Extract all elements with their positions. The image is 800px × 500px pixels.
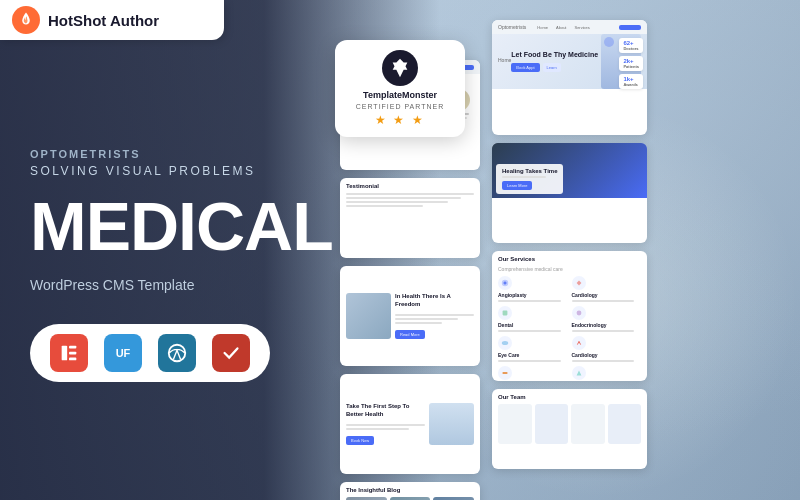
- plugin-quix-icon: [212, 334, 250, 372]
- text-line: [346, 424, 425, 426]
- ourteam-title: Our Team: [498, 394, 641, 400]
- healing-title: Healing Takes Time: [502, 168, 557, 174]
- health-btn: Book Now: [346, 436, 374, 445]
- svg-point-8: [502, 341, 508, 345]
- service-item: Orthopedics: [498, 366, 568, 381]
- preview-ourteam-block: Our Team: [492, 389, 647, 469]
- service-name: Cardiology: [572, 292, 642, 298]
- hero-main-title: Let Food Be Thy Medicine: [511, 51, 601, 59]
- text-line: [346, 197, 461, 199]
- health-content: Take The First Step To Better Health Boo…: [340, 374, 480, 474]
- ourteam-content: Our Team: [492, 389, 647, 449]
- blog-title: The Insightful Blog: [346, 487, 474, 493]
- services-grid: Angioplasty Cardiology: [498, 276, 641, 381]
- tagline: SOLVING VISUAL PROBLEMS: [30, 164, 310, 178]
- service-item: Angioplasty: [498, 276, 568, 302]
- hero-text-area: Let Food Be Thy Medicine Book Appt Learn: [511, 51, 601, 72]
- hero-secondary-btn: Learn: [543, 63, 561, 72]
- text-line: [395, 322, 442, 324]
- health-inner: Take The First Step To Better Health Boo…: [346, 403, 474, 445]
- text-line: [395, 314, 474, 316]
- service-name: Dental: [498, 322, 568, 328]
- healing-overlay-full: Healing Takes Time Learn More: [492, 143, 647, 198]
- svg-rect-3: [69, 357, 76, 360]
- tm-name: TemplateMonster: [363, 90, 437, 101]
- testimonial-lines: [346, 193, 474, 207]
- service-item: Eye Care: [498, 336, 568, 362]
- health-title: Take The First Step To Better Health: [346, 403, 425, 419]
- plugin-elementor-icon: [50, 334, 88, 372]
- health-text: Take The First Step To Better Health Boo…: [346, 403, 425, 445]
- text-line: [346, 201, 448, 203]
- service-desc-line: [498, 300, 561, 302]
- hero-header: Optometrists Home About Services: [492, 20, 647, 34]
- article-inner: In Health There Is A Freedom Read More: [346, 293, 474, 339]
- service-desc-line: [498, 360, 561, 362]
- brand-name: HotShot Author: [48, 12, 159, 29]
- service-item: Dermatology: [572, 366, 642, 381]
- preview-col-right: Optometrists Home About Services Home Le…: [492, 20, 647, 469]
- service-desc-line: [572, 330, 635, 332]
- team-thumb: [535, 404, 569, 444]
- service-name: Angioplasty: [498, 292, 568, 298]
- text-line: [395, 318, 458, 320]
- health-lines: [346, 424, 425, 430]
- service-name: Endocrinology: [572, 322, 642, 328]
- team-thumb: [571, 404, 605, 444]
- service-icon: [498, 276, 512, 290]
- healing-text-card: Healing Takes Time Learn More: [496, 164, 563, 194]
- testimonial-content: Testimonial: [340, 178, 480, 212]
- tm-logo: [382, 50, 418, 86]
- healing-line: [502, 176, 546, 178]
- testimonial-title: Testimonial: [346, 183, 474, 189]
- plugin-uf-icon: UF: [104, 334, 142, 372]
- plugins-bar: UF: [30, 324, 270, 382]
- preview-services-block: Our Services Comprehensive medical care …: [492, 251, 647, 381]
- left-panel: Optometrists SOLVING VISUAL PROBLEMS MED…: [0, 0, 340, 500]
- stat-pill-2: 2k+ Patients: [619, 56, 643, 71]
- preview-healing-block: Healing Takes Time Learn More: [492, 143, 647, 243]
- preview-testimonial-block: Testimonial: [340, 178, 480, 258]
- ourteam-members: [498, 404, 641, 444]
- svg-point-4: [169, 345, 186, 362]
- service-icon: [498, 336, 512, 350]
- brand-logo-icon: [12, 6, 40, 34]
- text-line: [346, 193, 474, 195]
- svg-rect-6: [503, 311, 508, 316]
- service-name: Cardiology: [572, 352, 642, 358]
- services-desc: Comprehensive medical care: [498, 266, 641, 272]
- tm-badge: TemplateMonster CERTIFIED PARTNER ★ ★ ★: [335, 40, 465, 137]
- svg-point-7: [576, 311, 581, 316]
- service-icon: [572, 366, 586, 380]
- blog-content: The Insightful Blog: [340, 482, 480, 500]
- service-icon: [498, 306, 512, 320]
- article-text: In Health There Is A Freedom Read More: [395, 293, 474, 339]
- service-item: Dental: [498, 306, 568, 332]
- article-title: In Health There Is A Freedom: [395, 293, 474, 309]
- circle-deco: [604, 37, 614, 47]
- tm-stars: ★ ★ ★: [375, 113, 425, 127]
- hero-image-area: Home Let Food Be Thy Medicine Book Appt …: [492, 34, 647, 89]
- header-bar: HotShot Author: [0, 0, 224, 40]
- stats-panel: 62+ Doctors 2k+ Patients 1k+ Awards: [619, 38, 643, 89]
- hero-cta-btn: [619, 25, 641, 30]
- hero-primary-btn: Book Appt: [511, 63, 539, 72]
- service-icon: [572, 336, 586, 350]
- text-line: [346, 205, 423, 207]
- svg-rect-2: [69, 351, 76, 354]
- services-content: Our Services Comprehensive medical care …: [492, 251, 647, 381]
- description: WordPress CMS Template: [30, 275, 310, 296]
- preview-hero-block: Optometrists Home About Services Home Le…: [492, 20, 647, 135]
- nav-links: Home About Services: [537, 25, 589, 30]
- subtitle-top: Optometrists: [30, 148, 310, 160]
- text-line: [346, 428, 409, 430]
- service-desc-line: [572, 300, 635, 302]
- svg-rect-0: [62, 345, 67, 360]
- stat-pill-3: 1k+ Awards: [619, 74, 643, 89]
- healing-image: Healing Takes Time Learn More: [492, 143, 647, 198]
- stat-pill-1: 62+ Doctors: [619, 38, 643, 53]
- preview-health-block: Take The First Step To Better Health Boo…: [340, 374, 480, 474]
- article-lines: [395, 314, 474, 324]
- service-icon: [572, 276, 586, 290]
- article-content: In Health There Is A Freedom Read More: [340, 266, 480, 366]
